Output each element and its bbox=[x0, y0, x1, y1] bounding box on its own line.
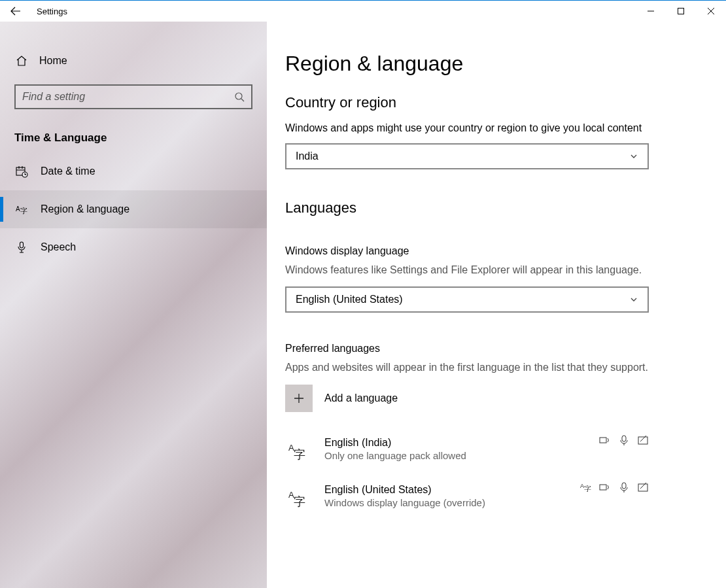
svg-rect-17 bbox=[622, 483, 626, 489]
language-name: English (India) bbox=[324, 437, 466, 449]
close-icon bbox=[707, 7, 715, 15]
language-glyph-icon: A字 bbox=[285, 484, 313, 511]
language-glyph-icon: A字 bbox=[285, 437, 313, 464]
language-badges bbox=[599, 434, 649, 446]
language-badges: A字 bbox=[579, 481, 649, 493]
language-subtext: Windows display language (override) bbox=[324, 497, 485, 508]
content-area: Region & language Country or region Wind… bbox=[267, 22, 726, 588]
preferred-lang-desc: Apps and websites will appear in the fir… bbox=[285, 360, 651, 375]
region-desc: Windows and apps might use your country … bbox=[285, 120, 651, 135]
language-item[interactable]: A字 English (India) Only one language pac… bbox=[285, 432, 649, 479]
home-nav[interactable]: Home bbox=[0, 46, 267, 75]
preferred-lang-sub: Preferred languages bbox=[285, 343, 700, 355]
sidebar: Home Time & Language Date & time bbox=[0, 22, 267, 588]
arrow-left-icon bbox=[10, 5, 22, 17]
chevron-down-icon bbox=[629, 152, 638, 161]
svg-text:字: 字 bbox=[294, 448, 305, 461]
region-dropdown[interactable]: India bbox=[285, 143, 649, 169]
home-label: Home bbox=[39, 55, 67, 67]
svg-rect-10 bbox=[622, 436, 626, 441]
search-box[interactable] bbox=[14, 84, 252, 109]
search-icon bbox=[234, 92, 245, 102]
speech-icon bbox=[619, 481, 629, 493]
svg-rect-11 bbox=[638, 437, 648, 444]
chevron-down-icon bbox=[629, 295, 638, 304]
region-value: India bbox=[296, 150, 319, 162]
display-language-dropdown[interactable]: English (United States) bbox=[285, 286, 649, 313]
svg-text:字: 字 bbox=[294, 495, 305, 508]
svg-rect-16 bbox=[600, 485, 606, 490]
page-title: Region & language bbox=[285, 52, 700, 76]
nav-date-time[interactable]: Date & time bbox=[0, 152, 267, 190]
back-button[interactable] bbox=[0, 1, 31, 22]
calendar-clock-icon bbox=[14, 165, 29, 178]
display-lang-icon: A字 bbox=[579, 481, 591, 493]
handwriting-icon bbox=[637, 434, 649, 446]
nav-label: Region & language bbox=[41, 203, 130, 215]
language-subtext: Only one language pack allowed bbox=[324, 450, 466, 461]
nav-label: Date & time bbox=[41, 165, 95, 177]
speech-icon bbox=[619, 434, 629, 446]
language-item[interactable]: A字 English (United States) Windows displ… bbox=[285, 479, 649, 526]
home-icon bbox=[14, 55, 29, 67]
svg-text:字: 字 bbox=[584, 485, 591, 492]
svg-rect-6 bbox=[20, 242, 24, 248]
maximize-icon bbox=[677, 7, 685, 15]
minimize-icon bbox=[647, 7, 655, 15]
display-language-value: English (United States) bbox=[296, 294, 403, 305]
svg-text:字: 字 bbox=[20, 207, 27, 215]
text-to-speech-icon bbox=[599, 434, 611, 446]
add-language-button[interactable]: Add a language bbox=[285, 385, 700, 412]
minimize-button[interactable] bbox=[636, 1, 666, 22]
text-to-speech-icon bbox=[599, 481, 611, 493]
svg-text:A: A bbox=[16, 205, 20, 213]
region-heading: Country or region bbox=[285, 94, 700, 111]
category-header: Time & Language bbox=[0, 121, 267, 152]
nav-speech[interactable]: Speech bbox=[0, 228, 267, 266]
svg-rect-9 bbox=[600, 438, 606, 443]
search-input[interactable] bbox=[22, 91, 234, 103]
language-icon: A字 bbox=[14, 203, 29, 216]
titlebar: Settings bbox=[0, 1, 726, 22]
add-language-label: Add a language bbox=[324, 392, 398, 404]
handwriting-icon bbox=[637, 481, 649, 493]
svg-rect-18 bbox=[638, 484, 648, 491]
display-lang-sub: Windows display language bbox=[285, 245, 700, 257]
maximize-button[interactable] bbox=[666, 1, 696, 22]
languages-heading: Languages bbox=[285, 199, 700, 216]
microphone-icon bbox=[14, 241, 29, 254]
language-name: English (United States) bbox=[324, 484, 485, 496]
display-lang-desc: Windows features like Settings and File … bbox=[285, 262, 651, 277]
svg-rect-0 bbox=[678, 9, 684, 14]
svg-point-1 bbox=[235, 93, 242, 99]
window-title: Settings bbox=[37, 7, 67, 16]
plus-icon bbox=[285, 385, 313, 412]
nav-label: Speech bbox=[41, 241, 76, 253]
nav-region-language[interactable]: A字 Region & language bbox=[0, 190, 267, 228]
close-button[interactable] bbox=[696, 1, 726, 22]
